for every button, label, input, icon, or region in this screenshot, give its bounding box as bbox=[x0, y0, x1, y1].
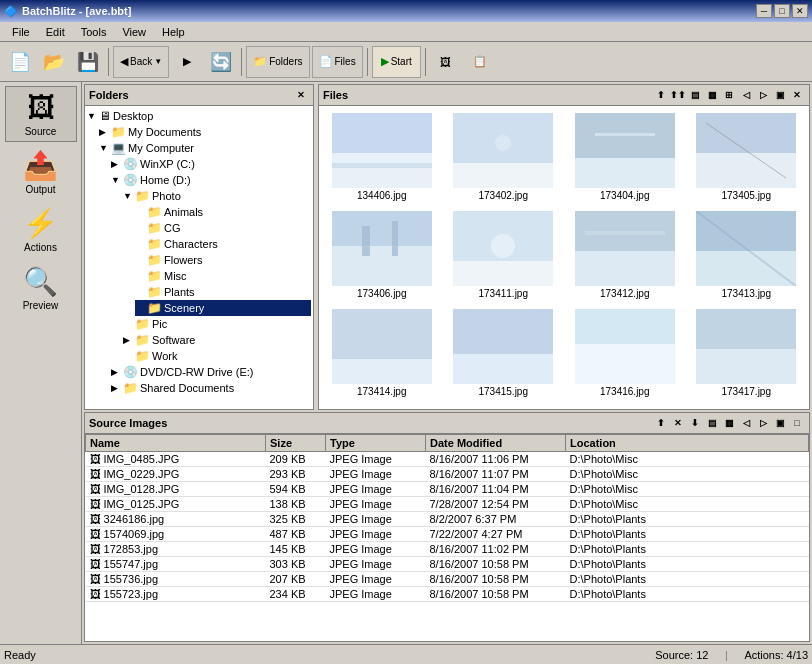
tree-item-winxp[interactable]: ▶ 💿 WinXP (C:) bbox=[111, 156, 311, 172]
sidebar-item-preview[interactable]: 🔍 Preview bbox=[5, 260, 77, 316]
source-toolbar-btn-6[interactable]: ◁ bbox=[738, 415, 754, 431]
table-row[interactable]: 🖼 IMG_0485.JPG 209 KB JPEG Image 8/16/20… bbox=[86, 452, 809, 467]
col-date[interactable]: Date Modified bbox=[426, 435, 566, 452]
tree-item-desktop[interactable]: ▼ 🖥 Desktop bbox=[87, 108, 311, 124]
file-thumb-3[interactable]: 173404.jpg bbox=[566, 110, 684, 204]
file-thumb-12[interactable]: 173417.jpg bbox=[688, 306, 806, 400]
expand-cg[interactable] bbox=[135, 223, 145, 233]
files-toolbar-btn-3[interactable]: ▤ bbox=[687, 87, 703, 103]
file-thumb-4[interactable]: 173405.jpg bbox=[688, 110, 806, 204]
close-button[interactable]: ✕ bbox=[792, 4, 808, 18]
file-thumb-9[interactable]: 173414.jpg bbox=[323, 306, 441, 400]
expand-desktop[interactable]: ▼ bbox=[87, 111, 97, 121]
save-button[interactable]: 💾 bbox=[72, 46, 104, 78]
tree-item-shared[interactable]: ▶ 📁 Shared Documents bbox=[111, 380, 311, 396]
layout-button-1[interactable]: 🖼 bbox=[430, 46, 462, 78]
back-button[interactable]: ◀ Back ▼ bbox=[113, 46, 169, 78]
files-toolbar-btn-1[interactable]: ⬆ bbox=[653, 87, 669, 103]
source-toolbar-btn-5[interactable]: ▦ bbox=[721, 415, 737, 431]
menu-view[interactable]: View bbox=[114, 24, 154, 40]
menu-tools[interactable]: Tools bbox=[73, 24, 115, 40]
minimize-button[interactable]: ─ bbox=[756, 4, 772, 18]
file-thumb-8[interactable]: 173413.jpg bbox=[688, 208, 806, 302]
file-thumb-5[interactable]: 173406.jpg bbox=[323, 208, 441, 302]
tree-item-home[interactable]: ▼ 💿 Home (D:) bbox=[111, 172, 311, 188]
expand-scenery[interactable] bbox=[135, 303, 145, 313]
source-toolbar-btn-4[interactable]: ▤ bbox=[704, 415, 720, 431]
files-toolbar-btn-8[interactable]: ▣ bbox=[772, 87, 788, 103]
tree-item-photo[interactable]: ▼ 📁 Photo bbox=[123, 188, 311, 204]
open-button[interactable]: 📂 bbox=[38, 46, 70, 78]
table-row[interactable]: 🖼 155723.jpg 234 KB JPEG Image 8/16/2007… bbox=[86, 587, 809, 602]
folders-button[interactable]: 📁 Folders bbox=[246, 46, 309, 78]
table-row[interactable]: 🖼 155736.jpg 207 KB JPEG Image 8/16/2007… bbox=[86, 572, 809, 587]
expand-animals[interactable] bbox=[135, 207, 145, 217]
tree-item-scenery[interactable]: 📁 Scenery bbox=[135, 300, 311, 316]
expand-misc[interactable] bbox=[135, 271, 145, 281]
source-toolbar-btn-7[interactable]: ▷ bbox=[755, 415, 771, 431]
tree-item-plants[interactable]: 📁 Plants bbox=[135, 284, 311, 300]
col-size[interactable]: Size bbox=[266, 435, 326, 452]
expand-shared[interactable]: ▶ bbox=[111, 383, 121, 393]
source-table[interactable]: Name Size Type Date Modified Location 🖼 … bbox=[85, 434, 809, 641]
files-toolbar-btn-7[interactable]: ▷ bbox=[755, 87, 771, 103]
refresh-button[interactable]: 🔄 bbox=[205, 46, 237, 78]
source-toolbar-btn-1[interactable]: ⬆ bbox=[653, 415, 669, 431]
sidebar-item-actions[interactable]: ⚡ Actions bbox=[5, 202, 77, 258]
file-thumb-10[interactable]: 173415.jpg bbox=[445, 306, 563, 400]
source-toolbar-btn-2[interactable]: ✕ bbox=[670, 415, 686, 431]
col-type[interactable]: Type bbox=[326, 435, 426, 452]
tree-item-flowers[interactable]: 📁 Flowers bbox=[135, 252, 311, 268]
tree-item-mycomputer[interactable]: ▼ 💻 My Computer bbox=[99, 140, 311, 156]
file-thumb-6[interactable]: 173411.jpg bbox=[445, 208, 563, 302]
tree-item-mydocs[interactable]: ▶ 📁 My Documents bbox=[99, 124, 311, 140]
tree-item-misc[interactable]: 📁 Misc bbox=[135, 268, 311, 284]
files-close-button[interactable]: ✕ bbox=[789, 87, 805, 103]
tree-item-pic[interactable]: 📁 Pic bbox=[123, 316, 311, 332]
source-toolbar-btn-8[interactable]: ▣ bbox=[772, 415, 788, 431]
maximize-button[interactable]: □ bbox=[774, 4, 790, 18]
folder-tree[interactable]: ▼ 🖥 Desktop ▶ 📁 My Documents ▼ 💻 bbox=[85, 106, 313, 409]
files-toolbar-btn-4[interactable]: ▦ bbox=[704, 87, 720, 103]
folder-close-button[interactable]: ✕ bbox=[293, 87, 309, 103]
table-row[interactable]: 🖼 IMG_0125.JPG 138 KB JPEG Image 7/28/20… bbox=[86, 497, 809, 512]
sidebar-item-source[interactable]: 🖼 Source bbox=[5, 86, 77, 142]
expand-mydocs[interactable]: ▶ bbox=[99, 127, 109, 137]
table-row[interactable]: 🖼 1574069.jpg 487 KB JPEG Image 7/22/200… bbox=[86, 527, 809, 542]
tree-item-work[interactable]: 📁 Work bbox=[123, 348, 311, 364]
tree-item-animals[interactable]: 📁 Animals bbox=[135, 204, 311, 220]
tree-item-cg[interactable]: 📁 CG bbox=[135, 220, 311, 236]
col-location[interactable]: Location bbox=[566, 435, 809, 452]
sidebar-item-output[interactable]: 📤 Output bbox=[5, 144, 77, 200]
expand-mycomputer[interactable]: ▼ bbox=[99, 143, 109, 153]
expand-pic[interactable] bbox=[123, 319, 133, 329]
files-toolbar-btn-6[interactable]: ◁ bbox=[738, 87, 754, 103]
file-thumb-1[interactable]: 134406.jpg bbox=[323, 110, 441, 204]
files-toolbar-btn-2[interactable]: ⬆⬆ bbox=[670, 87, 686, 103]
expand-flowers[interactable] bbox=[135, 255, 145, 265]
menu-file[interactable]: File bbox=[4, 24, 38, 40]
expand-dvd[interactable]: ▶ bbox=[111, 367, 121, 377]
layout-button-2[interactable]: 📋 bbox=[464, 46, 496, 78]
forward-button[interactable]: ▶ bbox=[171, 46, 203, 78]
col-name[interactable]: Name bbox=[86, 435, 266, 452]
table-row[interactable]: 🖼 IMG_0128.JPG 594 KB JPEG Image 8/16/20… bbox=[86, 482, 809, 497]
table-row[interactable]: 🖼 3246186.jpg 325 KB JPEG Image 8/2/2007… bbox=[86, 512, 809, 527]
menu-edit[interactable]: Edit bbox=[38, 24, 73, 40]
table-row[interactable]: 🖼 IMG_0229.JPG 293 KB JPEG Image 8/16/20… bbox=[86, 467, 809, 482]
file-thumb-11[interactable]: 173416.jpg bbox=[566, 306, 684, 400]
expand-software[interactable]: ▶ bbox=[123, 335, 133, 345]
file-thumb-7[interactable]: 173412.jpg bbox=[566, 208, 684, 302]
source-toolbar-btn-3[interactable]: ⬇ bbox=[687, 415, 703, 431]
tree-item-characters[interactable]: 📁 Characters bbox=[135, 236, 311, 252]
expand-home[interactable]: ▼ bbox=[111, 175, 121, 185]
table-row[interactable]: 🖼 172853.jpg 145 KB JPEG Image 8/16/2007… bbox=[86, 542, 809, 557]
expand-photo[interactable]: ▼ bbox=[123, 191, 133, 201]
menu-help[interactable]: Help bbox=[154, 24, 193, 40]
expand-plants[interactable] bbox=[135, 287, 145, 297]
tree-item-software[interactable]: ▶ 📁 Software bbox=[123, 332, 311, 348]
start-button[interactable]: ▶ Start bbox=[372, 46, 421, 78]
tree-item-dvd[interactable]: ▶ 💿 DVD/CD-RW Drive (E:) bbox=[111, 364, 311, 380]
new-button[interactable]: 📄 bbox=[4, 46, 36, 78]
source-close-button[interactable]: □ bbox=[789, 415, 805, 431]
